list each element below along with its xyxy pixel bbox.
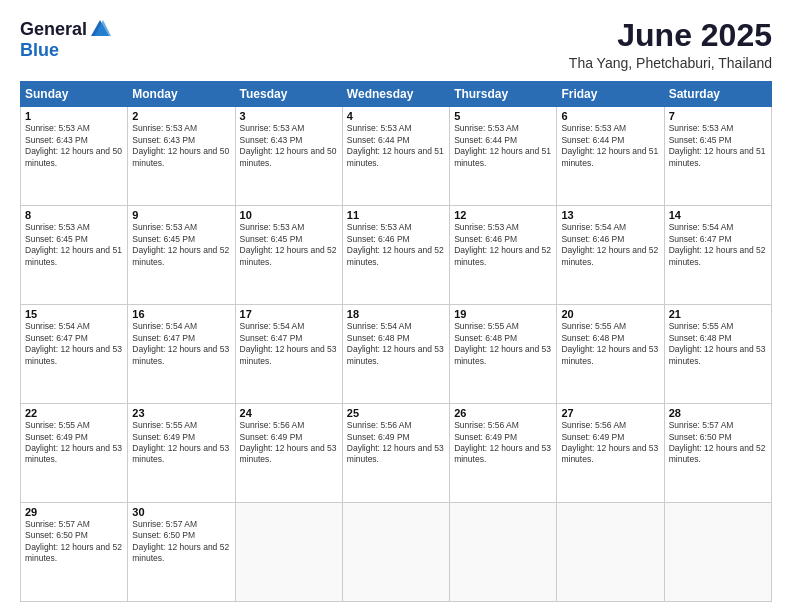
- week-row-1: 1 Sunrise: 5:53 AMSunset: 6:43 PMDayligh…: [21, 107, 772, 206]
- col-friday: Friday: [557, 82, 664, 107]
- day-number: 16: [132, 308, 230, 320]
- day-number: 10: [240, 209, 338, 221]
- calendar-cell: [557, 503, 664, 602]
- day-number: 23: [132, 407, 230, 419]
- logo-general-text: General: [20, 19, 87, 40]
- day-number: 14: [669, 209, 767, 221]
- calendar-cell: 16 Sunrise: 5:54 AMSunset: 6:47 PMDaylig…: [128, 305, 235, 404]
- page: General Blue June 2025 Tha Yang, Phetcha…: [0, 0, 792, 612]
- logo-blue-text: Blue: [20, 40, 59, 61]
- day-info: Sunrise: 5:54 AMSunset: 6:47 PMDaylight:…: [132, 321, 230, 367]
- day-number: 13: [561, 209, 659, 221]
- day-info: Sunrise: 5:54 AMSunset: 6:48 PMDaylight:…: [347, 321, 445, 367]
- day-number: 20: [561, 308, 659, 320]
- calendar-cell: [235, 503, 342, 602]
- col-monday: Monday: [128, 82, 235, 107]
- day-number: 2: [132, 110, 230, 122]
- week-row-4: 22 Sunrise: 5:55 AMSunset: 6:49 PMDaylig…: [21, 404, 772, 503]
- calendar-cell: 26 Sunrise: 5:56 AMSunset: 6:49 PMDaylig…: [450, 404, 557, 503]
- day-number: 1: [25, 110, 123, 122]
- calendar-cell: 11 Sunrise: 5:53 AMSunset: 6:46 PMDaylig…: [342, 206, 449, 305]
- location: Tha Yang, Phetchaburi, Thailand: [569, 55, 772, 71]
- day-info: Sunrise: 5:56 AMSunset: 6:49 PMDaylight:…: [240, 420, 338, 466]
- calendar-cell: 23 Sunrise: 5:55 AMSunset: 6:49 PMDaylig…: [128, 404, 235, 503]
- day-info: Sunrise: 5:54 AMSunset: 6:47 PMDaylight:…: [669, 222, 767, 268]
- calendar-cell: 25 Sunrise: 5:56 AMSunset: 6:49 PMDaylig…: [342, 404, 449, 503]
- calendar-cell: 4 Sunrise: 5:53 AMSunset: 6:44 PMDayligh…: [342, 107, 449, 206]
- day-number: 9: [132, 209, 230, 221]
- day-info: Sunrise: 5:53 AMSunset: 6:44 PMDaylight:…: [347, 123, 445, 169]
- day-info: Sunrise: 5:53 AMSunset: 6:45 PMDaylight:…: [25, 222, 123, 268]
- day-number: 25: [347, 407, 445, 419]
- col-saturday: Saturday: [664, 82, 771, 107]
- day-number: 24: [240, 407, 338, 419]
- day-info: Sunrise: 5:56 AMSunset: 6:49 PMDaylight:…: [454, 420, 552, 466]
- day-number: 5: [454, 110, 552, 122]
- calendar-cell: [450, 503, 557, 602]
- week-row-5: 29 Sunrise: 5:57 AMSunset: 6:50 PMDaylig…: [21, 503, 772, 602]
- day-number: 22: [25, 407, 123, 419]
- week-row-3: 15 Sunrise: 5:54 AMSunset: 6:47 PMDaylig…: [21, 305, 772, 404]
- day-number: 15: [25, 308, 123, 320]
- logo-icon: [89, 18, 111, 40]
- day-number: 12: [454, 209, 552, 221]
- day-info: Sunrise: 5:54 AMSunset: 6:47 PMDaylight:…: [25, 321, 123, 367]
- day-number: 27: [561, 407, 659, 419]
- day-number: 18: [347, 308, 445, 320]
- calendar-cell: 19 Sunrise: 5:55 AMSunset: 6:48 PMDaylig…: [450, 305, 557, 404]
- day-info: Sunrise: 5:56 AMSunset: 6:49 PMDaylight:…: [561, 420, 659, 466]
- calendar-header-row: Sunday Monday Tuesday Wednesday Thursday…: [21, 82, 772, 107]
- day-number: 29: [25, 506, 123, 518]
- calendar-cell: [664, 503, 771, 602]
- header: General Blue June 2025 Tha Yang, Phetcha…: [20, 18, 772, 71]
- day-number: 26: [454, 407, 552, 419]
- day-number: 3: [240, 110, 338, 122]
- day-info: Sunrise: 5:53 AMSunset: 6:44 PMDaylight:…: [561, 123, 659, 169]
- calendar-cell: 8 Sunrise: 5:53 AMSunset: 6:45 PMDayligh…: [21, 206, 128, 305]
- calendar-cell: 21 Sunrise: 5:55 AMSunset: 6:48 PMDaylig…: [664, 305, 771, 404]
- day-info: Sunrise: 5:53 AMSunset: 6:43 PMDaylight:…: [25, 123, 123, 169]
- day-number: 8: [25, 209, 123, 221]
- day-number: 21: [669, 308, 767, 320]
- day-number: 28: [669, 407, 767, 419]
- day-number: 30: [132, 506, 230, 518]
- calendar-cell: 1 Sunrise: 5:53 AMSunset: 6:43 PMDayligh…: [21, 107, 128, 206]
- day-number: 11: [347, 209, 445, 221]
- calendar-cell: 29 Sunrise: 5:57 AMSunset: 6:50 PMDaylig…: [21, 503, 128, 602]
- calendar-cell: 5 Sunrise: 5:53 AMSunset: 6:44 PMDayligh…: [450, 107, 557, 206]
- calendar-cell: 17 Sunrise: 5:54 AMSunset: 6:47 PMDaylig…: [235, 305, 342, 404]
- day-info: Sunrise: 5:56 AMSunset: 6:49 PMDaylight:…: [347, 420, 445, 466]
- day-number: 19: [454, 308, 552, 320]
- calendar-cell: 15 Sunrise: 5:54 AMSunset: 6:47 PMDaylig…: [21, 305, 128, 404]
- calendar-cell: 3 Sunrise: 5:53 AMSunset: 6:43 PMDayligh…: [235, 107, 342, 206]
- day-info: Sunrise: 5:53 AMSunset: 6:43 PMDaylight:…: [132, 123, 230, 169]
- calendar-cell: 9 Sunrise: 5:53 AMSunset: 6:45 PMDayligh…: [128, 206, 235, 305]
- calendar-cell: 14 Sunrise: 5:54 AMSunset: 6:47 PMDaylig…: [664, 206, 771, 305]
- calendar-table: Sunday Monday Tuesday Wednesday Thursday…: [20, 81, 772, 602]
- day-number: 17: [240, 308, 338, 320]
- day-info: Sunrise: 5:55 AMSunset: 6:49 PMDaylight:…: [25, 420, 123, 466]
- day-info: Sunrise: 5:55 AMSunset: 6:48 PMDaylight:…: [669, 321, 767, 367]
- day-info: Sunrise: 5:53 AMSunset: 6:44 PMDaylight:…: [454, 123, 552, 169]
- logo: General Blue: [20, 18, 111, 61]
- col-sunday: Sunday: [21, 82, 128, 107]
- day-info: Sunrise: 5:53 AMSunset: 6:45 PMDaylight:…: [132, 222, 230, 268]
- calendar-cell: 2 Sunrise: 5:53 AMSunset: 6:43 PMDayligh…: [128, 107, 235, 206]
- day-info: Sunrise: 5:55 AMSunset: 6:48 PMDaylight:…: [561, 321, 659, 367]
- day-number: 6: [561, 110, 659, 122]
- calendar-cell: 12 Sunrise: 5:53 AMSunset: 6:46 PMDaylig…: [450, 206, 557, 305]
- calendar-cell: 10 Sunrise: 5:53 AMSunset: 6:45 PMDaylig…: [235, 206, 342, 305]
- day-info: Sunrise: 5:55 AMSunset: 6:48 PMDaylight:…: [454, 321, 552, 367]
- day-info: Sunrise: 5:53 AMSunset: 6:46 PMDaylight:…: [347, 222, 445, 268]
- day-number: 4: [347, 110, 445, 122]
- col-thursday: Thursday: [450, 82, 557, 107]
- col-wednesday: Wednesday: [342, 82, 449, 107]
- day-info: Sunrise: 5:53 AMSunset: 6:43 PMDaylight:…: [240, 123, 338, 169]
- day-info: Sunrise: 5:57 AMSunset: 6:50 PMDaylight:…: [25, 519, 123, 565]
- calendar-cell: 20 Sunrise: 5:55 AMSunset: 6:48 PMDaylig…: [557, 305, 664, 404]
- title-block: June 2025 Tha Yang, Phetchaburi, Thailan…: [569, 18, 772, 71]
- calendar-cell: 7 Sunrise: 5:53 AMSunset: 6:45 PMDayligh…: [664, 107, 771, 206]
- day-info: Sunrise: 5:57 AMSunset: 6:50 PMDaylight:…: [132, 519, 230, 565]
- day-info: Sunrise: 5:54 AMSunset: 6:47 PMDaylight:…: [240, 321, 338, 367]
- day-info: Sunrise: 5:57 AMSunset: 6:50 PMDaylight:…: [669, 420, 767, 466]
